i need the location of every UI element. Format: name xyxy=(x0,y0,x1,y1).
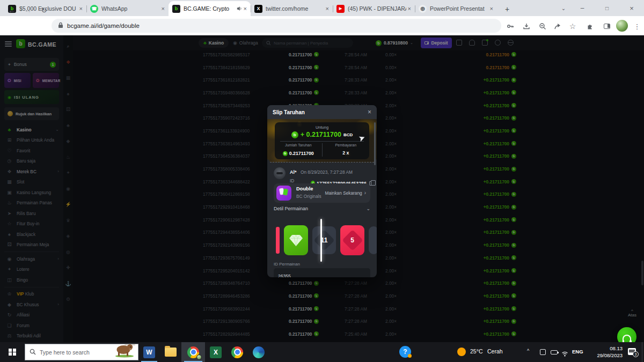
game-id-label: ID Permainan xyxy=(274,262,300,267)
win-summary-panel: Untung b + 0.21711700 BCD Jumlah Taruhan… xyxy=(275,122,369,159)
modal-header: Slip Taruhan × xyxy=(267,105,377,119)
show-desktop-sliver[interactable] xyxy=(642,342,642,362)
bet-amount-label: Jumlah Taruhan xyxy=(275,143,322,147)
bet-amount-block: Jumlah Taruhan b0.21711700 xyxy=(275,143,322,157)
weather-condition[interactable]: Cerah xyxy=(487,348,503,354)
browser-tab[interactable]: ☎WhatsApp× xyxy=(86,1,169,16)
result-card-strip: 115 xyxy=(267,218,377,263)
game-details-toggle[interactable]: Detil Permainan ⌄ xyxy=(274,206,370,211)
address-bar[interactable]: bcgame.ai/id/game/double xyxy=(52,19,501,33)
chevron-down-icon: ⌄ xyxy=(366,206,370,211)
taskbar-search-box[interactable] xyxy=(25,344,138,360)
tray-app-icon[interactable] xyxy=(540,349,546,355)
modal-title: Slip Taruhan xyxy=(273,109,368,115)
card-number-red[interactable]: 5 xyxy=(340,225,364,255)
start-button[interactable] xyxy=(0,342,25,362)
modal-scrollbar-thumb[interactable] xyxy=(374,122,376,165)
payout-block: Pembayaran 2 x xyxy=(322,143,370,157)
payout-label: Pembayaran xyxy=(323,143,370,147)
search-highlight-ox-image[interactable] xyxy=(112,344,137,360)
taskbar-search-input[interactable] xyxy=(40,349,99,356)
currency-label: BCD xyxy=(343,132,353,137)
game-provider: BC Originals xyxy=(296,194,321,199)
support-chat-button[interactable] xyxy=(617,327,636,342)
taskbar-chrome-active-button[interactable] xyxy=(181,342,205,362)
browser-tab[interactable]: ⊕PowerPoint Presentat× xyxy=(415,1,497,16)
word-icon: W xyxy=(143,346,155,358)
whatsapp-favicon: ☎ xyxy=(90,5,98,13)
screen: b$5,000 Exclusive DOU×☎WhatsApp×bBC.GAME… xyxy=(0,0,644,362)
tab-close-icon[interactable]: × xyxy=(244,5,247,12)
tab-close-icon[interactable]: × xyxy=(326,5,329,12)
wifi-icon[interactable] xyxy=(561,349,568,359)
tab-search-chevron-icon[interactable]: ⌄ xyxy=(557,0,570,16)
taskbar-chrome-button[interactable] xyxy=(226,342,248,362)
taskbar-edge-button[interactable] xyxy=(248,342,269,362)
profile-avatar[interactable] xyxy=(616,20,628,32)
browser-tab-strip: b$5,000 Exclusive DOU×☎WhatsApp×bBC.GAME… xyxy=(0,0,644,16)
tab-close-icon[interactable]: × xyxy=(408,5,411,12)
win-banner: Untung b + 0.21711700 BCD Jumlah Taruhan… xyxy=(267,119,377,162)
tab-title: (45) PWK - DIPENJARA xyxy=(348,5,406,12)
forward-button[interactable]: → xyxy=(21,4,34,17)
weather-temperature[interactable]: 25°C xyxy=(470,348,482,354)
url-text: bcgame.ai/id/game/double xyxy=(67,23,140,29)
tab-title: WhatsApp xyxy=(101,5,160,12)
taskbar-explorer-button[interactable] xyxy=(160,342,181,362)
modal-close-icon[interactable]: × xyxy=(368,108,371,116)
tab-close-icon[interactable]: × xyxy=(162,5,165,12)
side-panel-icon[interactable] xyxy=(602,21,612,31)
excel-icon: X xyxy=(210,346,222,358)
bcd-coin-icon: b xyxy=(291,131,298,138)
password-key-icon[interactable] xyxy=(506,21,515,31)
profit-label: Untung xyxy=(275,125,369,130)
download-icon[interactable] xyxy=(522,21,531,31)
taskbar-excel-button[interactable]: X xyxy=(205,342,226,362)
help-icon[interactable]: ? xyxy=(399,346,411,358)
taskbar-word-button[interactable]: W xyxy=(138,342,160,362)
extensions-puzzle-icon[interactable] xyxy=(585,21,595,31)
card-value: 5 xyxy=(350,237,354,244)
chrome-profile-badge xyxy=(196,354,202,360)
game-id-field[interactable] xyxy=(274,268,370,277)
tab-title: PowerPoint Presentat xyxy=(430,5,488,12)
card-stub xyxy=(369,226,377,254)
tab-audio-icon[interactable] xyxy=(237,6,242,11)
taskbar-clock[interactable]: 08.13 29/08/2023 xyxy=(588,345,623,359)
double-game-icon xyxy=(276,186,291,201)
reload-button[interactable]: ↻ xyxy=(38,4,50,17)
share-icon[interactable] xyxy=(553,21,562,31)
back-button[interactable]: ← xyxy=(5,4,18,17)
game-card[interactable]: Double BC Originals Mainkan Sekarang › xyxy=(274,183,370,203)
browser-menu-dots-icon[interactable]: ⋮ xyxy=(632,21,642,31)
tab-title: twitter.com/home xyxy=(266,5,324,12)
card-gem[interactable] xyxy=(284,225,308,255)
bookmark-star-icon[interactable]: ☆ xyxy=(568,21,577,31)
card-number[interactable]: 11 xyxy=(312,226,336,254)
edge-icon xyxy=(253,346,265,358)
share-bet-icon[interactable] xyxy=(359,134,365,144)
tray-chevron-up-icon[interactable]: ^ xyxy=(527,348,529,353)
window-maximize-button[interactable]: □ xyxy=(595,0,619,16)
window-minimize-button[interactable]: – xyxy=(570,0,595,16)
action-center-icon[interactable]: 3 xyxy=(628,348,636,355)
chrome-icon xyxy=(231,346,243,358)
browser-tab[interactable]: bBC.GAME: Crypto× xyxy=(169,1,251,16)
play-now-label: Mainkan Sekarang xyxy=(325,190,362,196)
browser-tab[interactable]: ▶(45) PWK - DIPENJARA× xyxy=(333,1,415,16)
new-tab-button[interactable]: + xyxy=(500,2,514,16)
weather-sun-icon[interactable] xyxy=(457,348,466,356)
battery-icon[interactable] xyxy=(551,350,558,354)
headset-icon xyxy=(623,335,631,342)
tab-close-icon[interactable]: × xyxy=(79,5,83,12)
tab-list: b$5,000 Exclusive DOU×☎WhatsApp×bBC.GAME… xyxy=(4,1,497,16)
windows-taskbar: W X ? 25°C Cerah ^ ENG 08.13 29/08/2023 … xyxy=(0,342,644,362)
game-id-input[interactable] xyxy=(278,274,364,277)
window-close-button[interactable]: × xyxy=(619,0,644,16)
tab-close-icon[interactable]: × xyxy=(490,5,493,12)
windows-logo-icon xyxy=(9,349,16,356)
play-now-link[interactable]: Mainkan Sekarang › xyxy=(325,190,366,196)
browser-tab[interactable]: Xtwitter.com/home× xyxy=(251,1,333,16)
language-indicator[interactable]: ENG xyxy=(572,349,583,354)
zoom-icon[interactable] xyxy=(538,21,547,31)
